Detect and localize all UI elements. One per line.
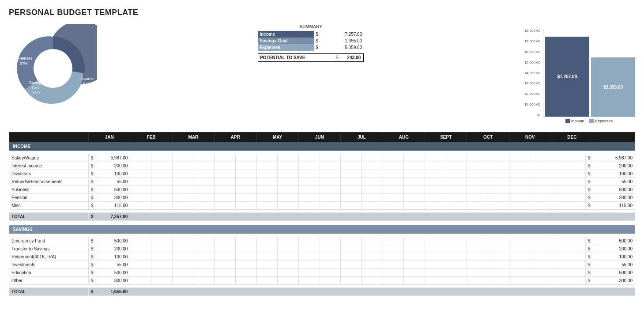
salary-dollar: $: [89, 154, 96, 162]
summary-savings-label: Savings Goal: [258, 38, 314, 44]
potential-label: POTENTIAL TO SAVE: [258, 54, 335, 61]
charts-area: Expenses 37% Income 51% SavingsGoal 12% …: [9, 24, 635, 123]
savings-donut-label: SavingsGoal: [29, 80, 43, 91]
summary-expenses-value: 5,359.00: [326, 44, 364, 51]
apr-header: APR: [215, 132, 256, 142]
investments-row: Investments $ 55.00 $ 55.00: [9, 261, 635, 269]
bar-chart: $7,257.00 $5,359.00 Income Expense: [543, 29, 635, 123]
misc-row: Misc. $ 115.00 $ 115.00: [9, 202, 635, 210]
summary-savings-row: Savings Goal $ 1,655.00: [258, 38, 364, 44]
interest-income-label: Interest Income: [9, 162, 89, 170]
mar-header: MAR: [172, 132, 214, 142]
y-axis: $8,000.00 $7,000.00 $6,000.00 $5,000.00 …: [524, 29, 540, 117]
other-row: Other $ 300.00 $ 300.00: [9, 277, 635, 285]
budget-table: JAN FEB MAR APR MAY JUN JUL AUG SEPT OCT…: [9, 132, 635, 296]
income-section-header: INCOME: [9, 142, 635, 151]
retirement-label: Retirement(401K, IRA): [9, 253, 89, 261]
salary-row: Salary/Wages $ 5,987.00 $ 5,987.00: [9, 154, 635, 162]
aug-header: AUG: [383, 132, 425, 142]
month-header-row: JAN FEB MAR APR MAY JUN JUL AUG SEPT OCT…: [9, 132, 635, 142]
feb-header: FEB: [130, 132, 172, 142]
summary-table: Income $ 7,257.00 Savings Goal $ 1,655.0…: [258, 31, 364, 51]
legend-expenses-box: [589, 119, 594, 123]
legend-expenses: Expenses: [589, 119, 613, 123]
summary-income-dollar: $: [314, 31, 326, 38]
salary-mar: [172, 154, 193, 162]
summary-title: SUMMARY: [258, 24, 364, 29]
education-label: Education: [9, 269, 89, 277]
pension-row: Pension $ 300.00 $ 300.00: [9, 194, 635, 202]
income-bar-label: $7,257.00: [557, 74, 577, 79]
salary-jul: [341, 154, 362, 162]
legend-income: Income: [565, 119, 584, 123]
savings-section-label: SAVINGS: [9, 225, 635, 234]
refunds-label: Refunds/Reimbursements: [9, 178, 89, 186]
transfer-savings-row: Transfer to Savings $ 200.00 $ 200.00: [9, 245, 635, 253]
spacer-3: [9, 221, 635, 225]
dec-header: DEC: [551, 132, 593, 142]
salary-sept: [425, 154, 446, 162]
bar-legend: Income Expenses: [543, 119, 635, 123]
may-header: MAY: [256, 132, 298, 142]
empty-header: [9, 132, 89, 142]
salary-jan: 5,987.00: [96, 154, 130, 162]
misc-label: Misc.: [9, 202, 89, 210]
salary-feb: [130, 154, 151, 162]
salary-dec: [551, 154, 586, 162]
business-label: Business: [9, 186, 89, 194]
summary-savings-dollar: $: [314, 38, 326, 44]
spacer-2: [9, 210, 635, 213]
potential-to-save-row: POTENTIAL TO SAVE $ 243.00: [258, 53, 364, 62]
nov-header: NOV: [509, 132, 551, 142]
summary-expenses-row: Expenses $ 5,359.00: [258, 44, 364, 51]
pension-label: Pension: [9, 194, 89, 202]
salary-nov: [509, 154, 530, 162]
donut-chart: Expenses 37% Income 51% SavingsGoal 12%: [9, 24, 97, 113]
education-row: Education $ 500.00 $ 500.00: [9, 269, 635, 277]
jul-header: JUL: [341, 132, 383, 142]
salary-total-dollar: $: [585, 154, 593, 162]
business-row: Business $ 500.00 $ 500.00: [9, 186, 635, 194]
investments-label: Investments: [9, 261, 89, 269]
salary-jun: [298, 154, 320, 162]
summary-income-row: Income $ 7,257.00: [258, 31, 364, 38]
jan-header: JAN: [89, 132, 130, 142]
summary-income-label: Income: [258, 31, 314, 38]
dividends-label: Dividends: [9, 170, 89, 178]
income-bar: $7,257.00: [545, 37, 589, 117]
emergency-fund-row: Emergency Fund $ 500.00 $ 500.00: [9, 237, 635, 245]
legend-expenses-label: Expenses: [595, 119, 613, 123]
summary-income-value: 7,257.00: [326, 31, 364, 38]
salary-aug: [383, 154, 404, 162]
summary-savings-value: 1,655.00: [326, 38, 364, 44]
expenses-bar: $5,359.00: [591, 57, 635, 117]
jun-header: JUN: [298, 132, 340, 142]
savings-total-row: TOTAL $ 1,655.00: [9, 288, 635, 296]
emergency-fund-label: Emergency Fund: [9, 237, 89, 245]
bar-chart-section: $8,000.00 $7,000.00 $6,000.00 $5,000.00 …: [524, 29, 635, 123]
oct-header: OCT: [467, 132, 509, 142]
salary-total: 5,987.00: [593, 154, 635, 162]
total-header: [593, 132, 635, 142]
income-total-label: TOTAL: [9, 213, 89, 221]
spacer-4: [9, 234, 635, 237]
refunds-row: Refunds/Reimbursements $ 55.00 $ 55.00: [9, 178, 635, 186]
income-section-label: INCOME: [9, 142, 635, 151]
potential-dollar: $: [335, 54, 339, 61]
bar-group: $7,257.00 $5,359.00: [543, 29, 635, 117]
savings-section-header: SAVINGS: [9, 225, 635, 234]
transfer-savings-label: Transfer to Savings: [9, 245, 89, 253]
savings-donut-pct: 12%: [29, 91, 43, 96]
summary-expenses-dollar: $: [314, 44, 326, 51]
interest-income-row: Interest Income $ 200.00 $ 200.00: [9, 162, 635, 170]
salary-label: Salary/Wages: [9, 154, 89, 162]
page-title: PERSONAL BUDGET TEMPLATE: [9, 8, 635, 17]
salary-apr: [215, 154, 236, 162]
legend-income-label: Income: [571, 119, 584, 123]
summary-container: SUMMARY Income $ 7,257.00 Savings Goal $…: [258, 24, 364, 62]
expenses-label: Expenses: [15, 56, 33, 61]
page-container: PERSONAL BUDGET TEMPLATE: [0, 0, 644, 329]
spacer-5: [9, 285, 635, 288]
summary-expenses-label: Expenses: [258, 44, 314, 51]
budget-grid: JAN FEB MAR APR MAY JUN JUL AUG SEPT OCT…: [9, 132, 635, 296]
